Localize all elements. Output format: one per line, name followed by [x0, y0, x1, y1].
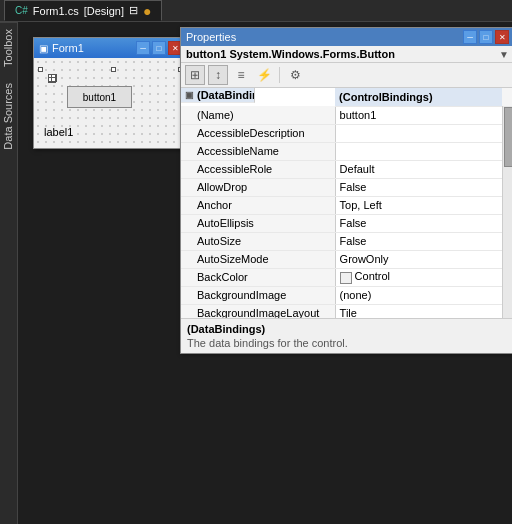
- table-row: AccessibleDescription: [181, 124, 502, 142]
- form1-tab[interactable]: C# Form1.cs [Design] ⊟ ●: [4, 0, 162, 21]
- events-icon[interactable]: ⚡: [254, 65, 274, 85]
- prop-value-cell[interactable]: False: [335, 214, 502, 232]
- props-desc-text: The data bindings for the control.: [187, 337, 508, 349]
- properties-panel: Properties ─ □ ✕ button1 System.Windows.…: [180, 27, 512, 354]
- prop-value-cell[interactable]: False: [335, 178, 502, 196]
- prop-value-cell[interactable]: Default: [335, 160, 502, 178]
- prop-value-cell[interactable]: [335, 142, 502, 160]
- table-row: AccessibleName: [181, 142, 502, 160]
- form-minimize-btn[interactable]: ─: [136, 41, 150, 55]
- btn-handle-br: [51, 77, 56, 82]
- table-row: Anchor Top, Left: [181, 196, 502, 214]
- prop-name-cell: BackColor: [181, 268, 335, 286]
- prop-name-cell: AccessibleRole: [181, 160, 335, 178]
- sel-handle-tc: [111, 62, 116, 74]
- form-button[interactable]: button1: [67, 86, 132, 108]
- category-name: (DataBindings): [197, 89, 255, 101]
- scrollbar-thumb[interactable]: [504, 107, 513, 167]
- table-row: (Name) button1: [181, 106, 502, 124]
- table-row: AccessibleRole Default: [181, 160, 502, 178]
- prop-value-cell[interactable]: Control: [335, 268, 502, 286]
- tab-dot: ●: [143, 4, 151, 18]
- props-close-btn[interactable]: ✕: [495, 30, 509, 44]
- props-table-container: ▣ (DataBindings) (ControlBindings) (Name…: [181, 88, 512, 318]
- table-row: BackgroundImage (none): [181, 286, 502, 304]
- form-title-text: Form1: [52, 42, 84, 54]
- prop-value-cell: (ControlBindings): [335, 88, 502, 106]
- props-object-text: button1 System.Windows.Forms.Button: [186, 48, 395, 60]
- table-row: ▣ (DataBindings) (ControlBindings): [181, 88, 502, 106]
- toolbar-separator: [279, 67, 280, 83]
- prop-value-cell[interactable]: (none): [335, 286, 502, 304]
- props-table: ▣ (DataBindings) (ControlBindings) (Name…: [181, 88, 502, 318]
- form-maximize-btn[interactable]: □: [152, 41, 166, 55]
- prop-value-cell[interactable]: GrowOnly: [335, 250, 502, 268]
- tab-mode: [Design]: [84, 5, 124, 17]
- tab-separator: ⊟: [129, 4, 138, 17]
- prop-name-cell: AutoSize: [181, 232, 335, 250]
- props-description: (DataBindings) The data bindings for the…: [181, 318, 512, 353]
- props-minimize-btn[interactable]: ─: [463, 30, 477, 44]
- table-row: AutoEllipsis False: [181, 214, 502, 232]
- props-toolbar: ⊞ ↕ ≡ ⚡ ⚙: [181, 63, 512, 88]
- prop-value-cell[interactable]: Top, Left: [335, 196, 502, 214]
- prop-name-cell: AccessibleName: [181, 142, 335, 160]
- left-sidebar: Toolbox Data Sources: [0, 22, 18, 524]
- table-row: BackColor Control: [181, 268, 502, 286]
- prop-value-cell[interactable]: Tile: [335, 304, 502, 318]
- search-icon[interactable]: ⚙: [285, 65, 305, 85]
- toolbox-tab[interactable]: Toolbox: [0, 22, 17, 75]
- datasources-tab[interactable]: Data Sources: [0, 75, 17, 158]
- form-titlebar: ▣ Form1 ─ □ ✕: [34, 38, 187, 58]
- alphabetical-icon[interactable]: ↕: [208, 65, 228, 85]
- prop-name-cell: AccessibleDescription: [181, 124, 335, 142]
- prop-name-cell: BackgroundImageLayout: [181, 304, 335, 318]
- prop-value-cell[interactable]: False: [335, 232, 502, 250]
- props-title-label: Properties: [186, 31, 461, 43]
- table-row: BackgroundImageLayout Tile: [181, 304, 502, 318]
- form-body: button1 label1: [34, 58, 187, 148]
- form-controls: ─ □ ✕: [136, 41, 182, 55]
- props-dropdown-arrow: ▼: [499, 49, 509, 60]
- table-row: AutoSize False: [181, 232, 502, 250]
- color-swatch: [340, 272, 352, 284]
- tab-filename: Form1.cs: [33, 5, 79, 17]
- table-row: AllowDrop False: [181, 178, 502, 196]
- scrollbar-track[interactable]: [502, 106, 512, 318]
- props-desc-title: (DataBindings): [187, 323, 508, 335]
- prop-name-cell: ▣ (DataBindings): [181, 88, 255, 103]
- main-layout: Toolbox Data Sources ▣ Form1 ─ □ ✕: [0, 22, 512, 524]
- props-maximize-btn[interactable]: □: [479, 30, 493, 44]
- sel-handle-tl: [38, 62, 43, 74]
- prop-value-cell[interactable]: button1: [335, 106, 502, 124]
- form-window: ▣ Form1 ─ □ ✕: [33, 37, 188, 149]
- properties-icon[interactable]: ≡: [231, 65, 251, 85]
- table-row: AutoSizeMode GrowOnly: [181, 250, 502, 268]
- prop-value-cell[interactable]: [335, 124, 502, 142]
- props-object-bar[interactable]: button1 System.Windows.Forms.Button ▼: [181, 46, 512, 63]
- prop-name-cell: BackgroundImage: [181, 286, 335, 304]
- form-title-icon: ▣: [39, 43, 48, 54]
- tab-cs-icon: C#: [15, 5, 28, 16]
- design-area: ▣ Form1 ─ □ ✕: [18, 22, 512, 524]
- prop-name-cell: AutoEllipsis: [181, 214, 335, 232]
- props-titlebar: Properties ─ □ ✕: [181, 28, 512, 46]
- prop-name-cell: AutoSizeMode: [181, 250, 335, 268]
- expand-icon[interactable]: ▣: [185, 90, 194, 100]
- categorized-icon[interactable]: ⊞: [185, 65, 205, 85]
- prop-name-cell: (Name): [181, 106, 335, 124]
- tab-bar: C# Form1.cs [Design] ⊟ ●: [0, 0, 512, 22]
- form-label: label1: [44, 126, 73, 138]
- prop-name-cell: AllowDrop: [181, 178, 335, 196]
- prop-name-cell: Anchor: [181, 196, 335, 214]
